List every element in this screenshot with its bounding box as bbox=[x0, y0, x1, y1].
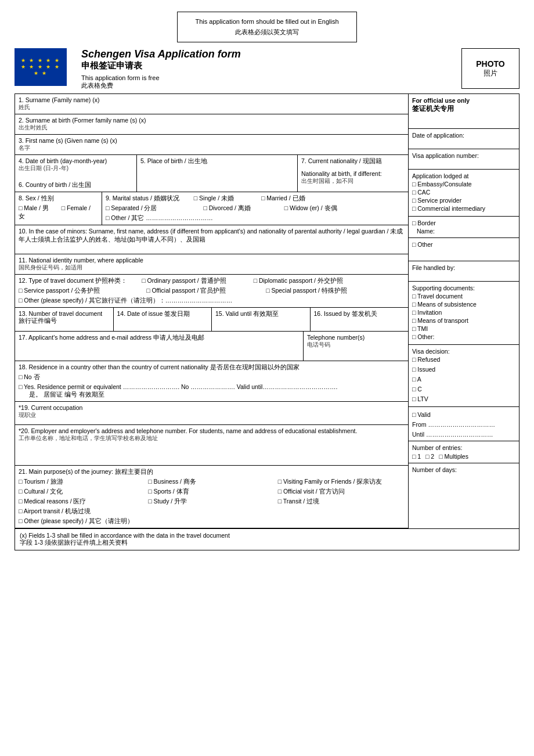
field-2-label-en: 2. Surname at birth (Former family name … bbox=[19, 117, 405, 124]
field-12-other: □ Other (please specify) / 其它旅行证件（请注明）：…… bbox=[19, 297, 405, 305]
border-section: □ Border Name: bbox=[409, 217, 519, 238]
field-17-row: 17. Applicant's home address and e-mail … bbox=[15, 332, 408, 361]
supporting-means: □ Means of subsistence bbox=[412, 301, 515, 308]
num-entries: Number of entries: □ 1 □ 2 □ Multiples bbox=[409, 441, 519, 463]
field-13-label: 13. Number of travel document 旅行证件编号 bbox=[19, 310, 110, 325]
eu-flag: ★ ★ ★ ★ ★★ ★ ★ ★ ★★ ★ bbox=[15, 48, 67, 86]
free-notice-cn: 此表格免费 bbox=[81, 82, 113, 89]
field-12-service: □ Service passport / 公务护照 □ Official pas… bbox=[19, 287, 405, 295]
purpose-options: □ Tourism / 旅游 □ Business / 商务 □ Visitin… bbox=[19, 478, 405, 506]
lodge-service: □ Service provider bbox=[412, 197, 515, 204]
lodge-embassy: □ Embassy/Consulate bbox=[412, 181, 515, 188]
field-17-phone: Telephone number(s) 电话号码 bbox=[304, 332, 408, 361]
field-13: 13. Number of travel document 旅行证件编号 bbox=[15, 308, 114, 331]
field-16: 16. Issued by 签发机关 bbox=[311, 308, 409, 331]
field-5-en: 5. Place of birth / 出生地 bbox=[140, 157, 294, 165]
field-4-en: 4. Date of birth (day-month-year) bbox=[19, 157, 133, 164]
official-title: For official use only bbox=[412, 97, 515, 104]
field-18: 18. Residence in a country other than th… bbox=[15, 361, 408, 402]
visa-decision: Visa decision: □ Refused □ Issued □ A □ … bbox=[409, 345, 519, 407]
footer-cn: 字段 1-3 须依据旅行证件填上相关资料 bbox=[20, 539, 514, 547]
purpose-business: □ Business / 商务 bbox=[148, 478, 275, 486]
official-use: For official use only 签证机关专用 bbox=[409, 94, 519, 129]
field-17: 17. Applicant's home address and e-mail … bbox=[15, 332, 304, 361]
decision-c: □ C bbox=[412, 386, 515, 393]
field-19-cn: 现职业 bbox=[19, 411, 405, 419]
field-1-label-en: 1. Surname (Family name) (x) bbox=[19, 96, 405, 103]
purpose-other: □ Other (please specify) / 其它（请注明） bbox=[19, 517, 405, 525]
valid-from: From …………………………… bbox=[412, 421, 515, 428]
field-11-cn: 国民身份证号码，如适用 bbox=[19, 264, 405, 272]
field-17-phone-label: Telephone number(s) bbox=[307, 334, 405, 341]
field-9-sep: □ Separated / 分居 □ Divorced / 离婚 □ Widow… bbox=[106, 204, 405, 213]
valid-section: □ Valid From …………………………… Until ………………………… bbox=[409, 407, 519, 441]
entries-label: Number of entries: bbox=[412, 444, 515, 451]
top-notice: This application form should be filled o… bbox=[15, 12, 519, 42]
field-8-male: □ Male / 男 □ Female / 女 bbox=[19, 204, 98, 221]
num-days: Number of days: bbox=[409, 463, 519, 476]
supporting-invitation: □ Invitation bbox=[412, 309, 515, 316]
field-5: 5. Place of birth / 出生地 bbox=[137, 155, 298, 192]
supporting-title: Supporting documents: bbox=[412, 285, 515, 291]
form-title-en: Schengen Visa Application form bbox=[81, 48, 461, 60]
supporting-other: □ Other: bbox=[412, 333, 515, 340]
field-3-label-en: 3. First name (s) (Given name (s) (x) bbox=[19, 137, 405, 144]
form-title-cn: 申根签证申请表 bbox=[81, 60, 461, 71]
photo-cn: 照片 bbox=[484, 69, 497, 78]
right-col: For official use only 签证机关专用 Date of app… bbox=[409, 94, 519, 528]
notice-cn: 此表格必须以英文填写 bbox=[195, 27, 338, 38]
field-7-en: 7. Current nationality / 现国籍 bbox=[301, 157, 405, 165]
field-8: 8. Sex / 性别 □ Male / 男 □ Female / 女 bbox=[15, 192, 102, 225]
file-handled: File handled by: bbox=[409, 261, 519, 282]
purpose-official: □ Official visit / 官方访问 bbox=[278, 488, 405, 496]
field-14-label: 14. Date of issue 签发日期 bbox=[117, 310, 208, 318]
field-20-cn: 工作单位名称，地址和电话，学生填写学校名称及地址 bbox=[19, 434, 405, 442]
purpose-cultural: □ Cultural / 文化 bbox=[19, 488, 145, 496]
field-13-16-row: 13. Number of travel document 旅行证件编号 14.… bbox=[15, 308, 408, 332]
footer-en: (x) Fields 1-3 shall be filled in accord… bbox=[20, 532, 514, 539]
official-cn: 签证机关专用 bbox=[412, 104, 515, 114]
supporting-docs: Supporting documents: □ Travel document … bbox=[409, 282, 519, 345]
date-application: Date of application: bbox=[409, 129, 519, 149]
field-10-en: 10. In the case of minors: Surname, firs… bbox=[19, 228, 405, 244]
field-18-yes: □ Yes. Residence permit or equivalent ……… bbox=[19, 383, 405, 390]
application-lodged: Application lodged at □ Embassy/Consulat… bbox=[409, 170, 519, 217]
footer-note: (x) Fields 1-3 shall be filled in accord… bbox=[15, 529, 519, 550]
field-18-labels: 是。 居留证 编号 有效期至 bbox=[29, 391, 405, 399]
field-19-en: *19. Current occupation bbox=[19, 404, 405, 411]
field-11-en: 11. National identity number, where appl… bbox=[19, 257, 405, 264]
field-8-9-row: 8. Sex / 性别 □ Male / 男 □ Female / 女 9. M… bbox=[15, 192, 408, 225]
field-17-phone-cn: 电话号码 bbox=[307, 341, 405, 349]
field-2-label-cn: 出生时姓氏 bbox=[19, 124, 405, 132]
field-18-en: 18. Residence in a country other than th… bbox=[19, 363, 405, 372]
field-7-note: Nationality at birth, if different: bbox=[301, 170, 405, 177]
other-label: □ Other bbox=[412, 241, 515, 248]
photo-label: PHOTO bbox=[476, 59, 505, 69]
decision-ltv: □ LTV bbox=[412, 395, 515, 402]
field-19: *19. Current occupation 现职业 bbox=[15, 402, 408, 425]
field-7-note-cn: 出生时国籍，如不同 bbox=[301, 177, 405, 185]
field-1: 1. Surname (Family name) (x) 姓氏 bbox=[15, 94, 408, 114]
lodge-cac: □ CAC bbox=[412, 189, 515, 196]
field-17-en: 17. Applicant's home address and e-mail … bbox=[19, 334, 300, 342]
field-9: 9. Marital status / 婚姻状况 □ Single / 未婚 □… bbox=[102, 192, 408, 225]
visa-app-number: Visa application number: bbox=[409, 149, 519, 170]
field-15-label: 15. Valid until 有效期至 bbox=[215, 310, 306, 318]
field-4-5-7-row: 4. Date of birth (day-month-year) 出生日期 (… bbox=[15, 155, 408, 192]
field-4-cn: 出生日期 (日-月-年) bbox=[19, 164, 133, 172]
days-label: Number of days: bbox=[412, 466, 515, 473]
field-1-label-cn: 姓氏 bbox=[19, 103, 405, 111]
field-12-label: 12. Type of travel document 护照种类： □ Ordi… bbox=[19, 277, 405, 285]
field-10: 10. In the case of minors: Surname, firs… bbox=[15, 225, 408, 254]
field-20-en: *20. Employer and employer's address and… bbox=[19, 427, 405, 434]
supporting-tmi: □ TMI bbox=[412, 325, 515, 332]
supporting-travel: □ Travel document bbox=[412, 293, 515, 300]
other-section: □ Other bbox=[409, 238, 519, 261]
field-21: 21. Main purpose(s) of the journey: 旅程主要… bbox=[15, 466, 408, 528]
visa-num-label: Visa application number: bbox=[412, 152, 515, 159]
field-9-other: □ Other / 其它 …………………………… bbox=[106, 214, 405, 222]
valid-until: Until …………………………… bbox=[412, 431, 515, 438]
field-4: 4. Date of birth (day-month-year) 出生日期 (… bbox=[15, 155, 137, 192]
purpose-airport: □ Airport transit / 机场过境 bbox=[19, 507, 405, 516]
field-21-en: 21. Main purpose(s) of the journey: 旅程主要… bbox=[19, 468, 405, 476]
